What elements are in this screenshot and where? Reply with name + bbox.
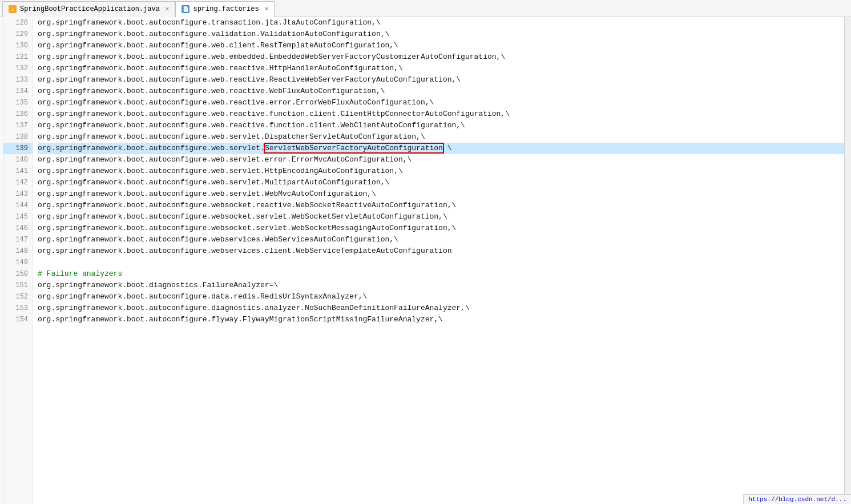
tab-java[interactable]: ☕ SpringBootPracticeApplication.java × [2,1,175,17]
line-numbers: 1281291301311321331341351361371381391401… [3,17,33,504]
code-editor: 1281291301311321331341351361371381391401… [0,17,851,504]
code-line-147: org.springframework.boot.autoconfigure.w… [38,234,844,245]
code-line-135: org.springframework.boot.autoconfigure.w… [38,97,844,108]
line-number-136: 136 [3,108,33,120]
line-number-128: 128 [3,17,33,29]
code-line-139: org.springframework.boot.autoconfigure.w… [38,143,844,154]
code-line-141: org.springframework.boot.autoconfigure.w… [38,166,844,177]
code-line-129: org.springframework.boot.autoconfigure.v… [38,29,844,40]
selected-class-name: ServletWebServerFactoryAutoConfiguration [265,144,443,152]
code-text-before: org.springframework.boot.autoconfigure.w… [38,144,265,152]
tab-java-close[interactable]: × [166,6,170,13]
line-number-145: 145 [3,211,33,223]
url-text: https://blog.csdn.net/d... [748,496,846,503]
line-number-142: 142 [3,177,33,188]
line-number-129: 129 [3,29,33,40]
vertical-scrollbar[interactable] [844,17,851,504]
code-line-151: org.springframework.boot.diagnostics.Fai… [38,280,844,291]
code-line-150: # Failure analyzers [38,268,844,280]
line-number-143: 143 [3,188,33,200]
code-line-148: org.springframework.boot.autoconfigure.w… [38,245,844,257]
comment-text: # Failure analyzers [38,269,122,278]
line-number-131: 131 [3,51,33,63]
code-line-146: org.springframework.boot.autoconfigure.w… [38,223,844,234]
code-line-149 [38,257,844,268]
line-number-141: 141 [3,166,33,177]
line-number-152: 152 [3,291,33,303]
code-line-130: org.springframework.boot.autoconfigure.w… [38,40,844,51]
code-line-131: org.springframework.boot.autoconfigure.w… [38,51,844,63]
line-number-134: 134 [3,86,33,97]
tab-factories-label: spring.factories [193,5,259,13]
tab-bar: ☕ SpringBootPracticeApplication.java × 📄… [0,0,851,17]
line-number-140: 140 [3,154,33,166]
line-number-151: 151 [3,280,33,291]
line-number-144: 144 [3,200,33,211]
line-number-138: 138 [3,131,33,143]
code-line-144: org.springframework.boot.autoconfigure.w… [38,200,844,211]
code-line-133: org.springframework.boot.autoconfigure.w… [38,74,844,86]
url-bar: https://blog.csdn.net/d... [743,494,851,504]
code-line-143: org.springframework.boot.autoconfigure.w… [38,188,844,200]
code-content[interactable]: org.springframework.boot.autoconfigure.t… [33,17,844,504]
line-number-147: 147 [3,234,33,245]
java-icon: ☕ [9,5,17,13]
code-line-128: org.springframework.boot.autoconfigure.t… [38,17,844,29]
code-line-140: org.springframework.boot.autoconfigure.w… [38,154,844,166]
code-line-134: org.springframework.boot.autoconfigure.w… [38,86,844,97]
line-number-133: 133 [3,74,33,86]
line-number-150: 150 [3,268,33,280]
code-line-145: org.springframework.boot.autoconfigure.w… [38,211,844,223]
line-number-130: 130 [3,40,33,51]
code-line-132: org.springframework.boot.autoconfigure.w… [38,63,844,74]
line-number-137: 137 [3,120,33,131]
line-number-153: 153 [3,303,33,314]
code-line-152: org.springframework.boot.autoconfigure.d… [38,291,844,303]
line-number-132: 132 [3,63,33,74]
code-line-138: org.springframework.boot.autoconfigure.w… [38,131,844,143]
tab-factories-close[interactable]: × [265,6,269,13]
tab-factories[interactable]: 📄 spring.factories × [175,1,275,17]
tab-java-label: SpringBootPracticeApplication.java [20,5,160,13]
code-line-136: org.springframework.boot.autoconfigure.w… [38,108,844,120]
code-line-154: org.springframework.boot.autoconfigure.f… [38,314,844,325]
line-number-146: 146 [3,223,33,234]
code-line-137: org.springframework.boot.autoconfigure.w… [38,120,844,131]
line-number-148: 148 [3,245,33,257]
code-line-153: org.springframework.boot.autoconfigure.d… [38,303,844,314]
line-number-139: 139 [3,143,33,154]
code-text-after: \ [443,144,452,152]
line-number-154: 154 [3,314,33,325]
factories-icon: 📄 [182,5,189,13]
line-number-149: 149 [3,257,33,268]
line-number-135: 135 [3,97,33,108]
code-line-142: org.springframework.boot.autoconfigure.w… [38,177,844,188]
